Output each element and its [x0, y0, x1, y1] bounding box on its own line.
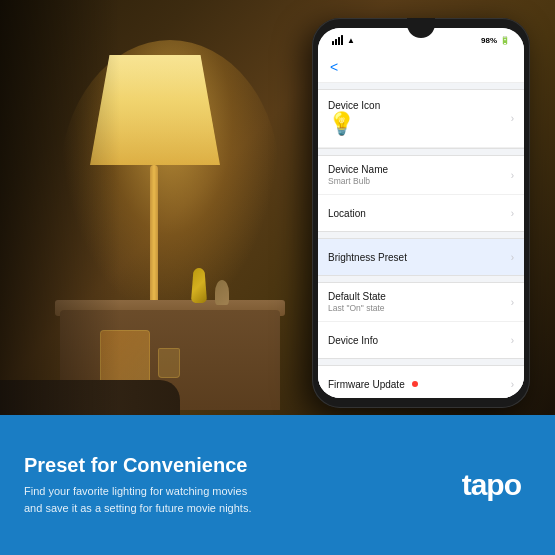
firmware-row[interactable]: Firmware Update ›: [318, 366, 524, 398]
firmware-chevron: ›: [511, 379, 514, 390]
location-chevron: ›: [511, 208, 514, 219]
device-info-chevron: ›: [511, 335, 514, 346]
location-row[interactable]: Location ›: [318, 195, 524, 231]
device-icon-label: Device Icon: [328, 100, 380, 111]
section-name-location: Device Name Smart Bulb › Location ›: [318, 155, 524, 232]
device-icon-chevron: ›: [511, 113, 514, 124]
device-info-row[interactable]: Device Info ›: [318, 322, 524, 358]
photo-area: ▲ 98% 🔋 <: [0, 0, 555, 415]
banner-title: Preset for Convenience: [24, 454, 442, 477]
signal-icon: [332, 35, 343, 45]
bottom-banner: Preset for Convenience Find your favorit…: [0, 415, 555, 555]
firmware-dot: [412, 381, 418, 387]
bulb-icon: 💡: [328, 111, 380, 137]
section-brightness: Brightness Preset ›: [318, 238, 524, 276]
default-state-chevron: ›: [511, 297, 514, 308]
app-body: < Device Icon 💡 ›: [318, 52, 524, 398]
battery-text: 98%: [481, 36, 497, 45]
device-name-row[interactable]: Device Name Smart Bulb ›: [318, 156, 524, 195]
battery-icon: 🔋: [500, 36, 510, 45]
app-header: <: [318, 52, 524, 83]
banner-text-group: Preset for Convenience Find your favorit…: [24, 454, 442, 516]
device-name-chevron: ›: [511, 170, 514, 181]
device-name-value: Smart Bulb: [328, 176, 388, 186]
brightness-chevron: ›: [511, 252, 514, 263]
default-state-group: Default State Last "On" state: [328, 291, 386, 313]
firmware-left: Firmware Update: [328, 379, 418, 390]
device-name-group: Device Name Smart Bulb: [328, 164, 388, 186]
device-name-label: Device Name: [328, 164, 388, 175]
back-button[interactable]: <: [330, 59, 338, 75]
firmware-label: Firmware Update: [328, 379, 405, 390]
location-label: Location: [328, 208, 366, 219]
phone: ▲ 98% 🔋 <: [312, 18, 530, 408]
status-right: 98% 🔋: [481, 36, 510, 45]
wifi-icon: ▲: [347, 36, 355, 45]
left-shadow: [0, 0, 120, 415]
vase-2: [215, 280, 229, 305]
default-state-row[interactable]: Default State Last "On" state ›: [318, 283, 524, 322]
device-icon-label-group: Device Icon 💡: [328, 100, 380, 137]
section-state-info: Default State Last "On" state › Device I…: [318, 282, 524, 359]
brightness-preset-row[interactable]: Brightness Preset ›: [318, 239, 524, 275]
section-firmware: Firmware Update ›: [318, 365, 524, 398]
default-state-label: Default State: [328, 291, 386, 302]
status-left: ▲: [332, 35, 355, 45]
tapo-logo: tapo: [462, 468, 531, 502]
brightness-group: Brightness Preset: [328, 252, 407, 263]
device-info-group: Device Info: [328, 335, 378, 346]
glass: [158, 348, 180, 378]
tapo-text: tapo: [462, 468, 521, 501]
phone-screen: ▲ 98% 🔋 <: [318, 28, 524, 398]
page-container: ▲ 98% 🔋 <: [0, 0, 555, 555]
device-icon-row[interactable]: Device Icon 💡 ›: [318, 90, 524, 148]
section-device-icon: Device Icon 💡 ›: [318, 89, 524, 149]
brightness-preset-label: Brightness Preset: [328, 252, 407, 263]
phone-wrapper: ▲ 98% 🔋 <: [312, 18, 530, 408]
default-state-value: Last "On" state: [328, 303, 386, 313]
device-info-label: Device Info: [328, 335, 378, 346]
location-group: Location: [328, 208, 366, 219]
banner-subtitle: Find your favorite lighting for watching…: [24, 483, 442, 516]
